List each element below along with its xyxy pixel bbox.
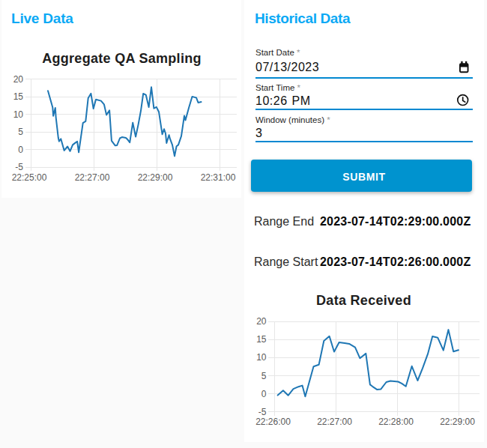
svg-text:22:25:00: 22:25:00 [12, 172, 47, 183]
svg-text:5: 5 [18, 127, 23, 137]
svg-text:22:27:00: 22:27:00 [317, 417, 352, 427]
svg-text:Aggregate QA Sampling: Aggregate QA Sampling [42, 51, 202, 66]
svg-text:Data Received: Data Received [316, 293, 411, 308]
svg-text:22:31:00: 22:31:00 [201, 172, 236, 183]
svg-text:5: 5 [261, 371, 267, 381]
svg-text:20: 20 [256, 316, 267, 327]
svg-text:0: 0 [261, 389, 267, 399]
svg-text:15: 15 [256, 334, 267, 345]
svg-text:20: 20 [13, 74, 24, 85]
svg-text:0: 0 [18, 145, 23, 155]
svg-text:-5: -5 [15, 162, 23, 172]
svg-text:15: 15 [13, 91, 24, 102]
svg-text:22:27:00: 22:27:00 [75, 172, 110, 183]
svg-text:22:28:00: 22:28:00 [378, 417, 414, 427]
svg-text:10: 10 [13, 109, 24, 120]
svg-text:22:29:00: 22:29:00 [138, 172, 173, 183]
svg-text:22:26:00: 22:26:00 [255, 417, 291, 427]
svg-text:10: 10 [256, 352, 267, 363]
svg-text:22:29:00: 22:29:00 [440, 417, 475, 427]
